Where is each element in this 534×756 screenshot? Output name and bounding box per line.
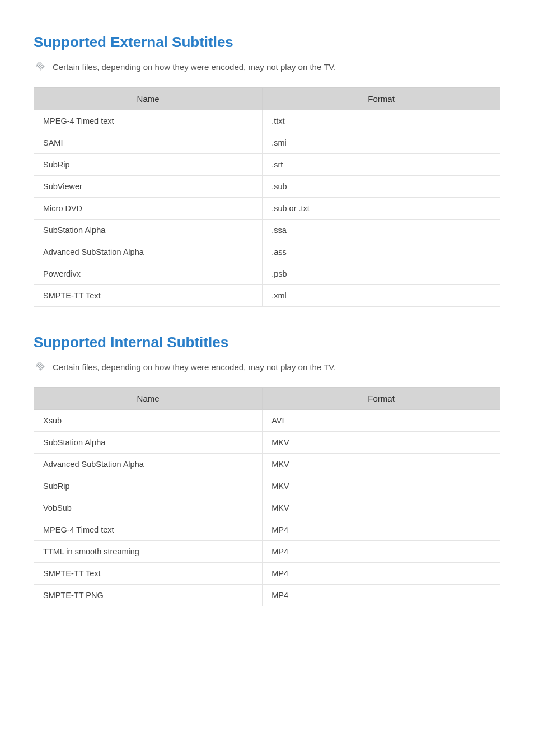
cell-name: Advanced SubStation Alpha bbox=[34, 241, 263, 263]
note-text: Certain files, depending on how they wer… bbox=[53, 61, 336, 74]
table-row: SMPTE-TT Text.xml bbox=[34, 284, 500, 306]
cell-format: .xml bbox=[263, 284, 500, 306]
table-header-name: Name bbox=[34, 87, 263, 110]
table-row: SubRip.srt bbox=[34, 153, 500, 175]
cell-format: MKV bbox=[263, 432, 500, 454]
cell-name: SMPTE-TT Text bbox=[34, 563, 263, 585]
section-title: Supported External Subtitles bbox=[34, 34, 500, 51]
cell-name: SubRip bbox=[34, 153, 263, 175]
table-row: SubStation AlphaMKV bbox=[34, 432, 500, 454]
table-row: TTML in smooth streamingMP4 bbox=[34, 541, 500, 563]
table-row: SMPTE-TT TextMP4 bbox=[34, 563, 500, 585]
cell-name: MPEG-4 Timed text bbox=[34, 519, 263, 541]
note-row: Certain files, depending on how they wer… bbox=[36, 361, 500, 374]
cell-format: .psb bbox=[263, 263, 500, 284]
table-row: XsubAVI bbox=[34, 410, 500, 432]
cell-format: .ass bbox=[263, 241, 500, 263]
table-header-row: Name Format bbox=[34, 87, 500, 110]
note-icon bbox=[36, 62, 45, 71]
table-row: SAMI.smi bbox=[34, 132, 500, 153]
cell-name: TTML in smooth streaming bbox=[34, 541, 263, 563]
table-row: SubViewer.sub bbox=[34, 175, 500, 197]
table-row: Powerdivx.psb bbox=[34, 263, 500, 284]
section-title: Supported Internal Subtitles bbox=[34, 334, 500, 351]
cell-name: Advanced SubStation Alpha bbox=[34, 454, 263, 475]
cell-format: MP4 bbox=[263, 563, 500, 585]
cell-format: .sub bbox=[263, 175, 500, 197]
table-row: SubRipMKV bbox=[34, 475, 500, 497]
section-external-subtitles: Supported External Subtitles Certain fil… bbox=[34, 34, 500, 307]
cell-name: VobSub bbox=[34, 497, 263, 519]
table-header-format: Format bbox=[263, 87, 500, 110]
cell-format: .srt bbox=[263, 153, 500, 175]
section-internal-subtitles: Supported Internal Subtitles Certain fil… bbox=[34, 334, 500, 607]
table-header-format: Format bbox=[263, 388, 500, 410]
cell-format: .ttxt bbox=[263, 110, 500, 132]
table-header-row: Name Format bbox=[34, 388, 500, 410]
cell-format: MKV bbox=[263, 497, 500, 519]
cell-format: MKV bbox=[263, 454, 500, 475]
cell-name: Powerdivx bbox=[34, 263, 263, 284]
table-row: Micro DVD.sub or .txt bbox=[34, 197, 500, 219]
cell-format: AVI bbox=[263, 410, 500, 432]
cell-name: SAMI bbox=[34, 132, 263, 153]
note-row: Certain files, depending on how they wer… bbox=[36, 61, 500, 74]
cell-name: Micro DVD bbox=[34, 197, 263, 219]
cell-name: SubStation Alpha bbox=[34, 432, 263, 454]
cell-name: SubViewer bbox=[34, 175, 263, 197]
note-text: Certain files, depending on how they wer… bbox=[53, 361, 336, 374]
cell-name: SubRip bbox=[34, 475, 263, 497]
table-header-name: Name bbox=[34, 388, 263, 410]
cell-name: SMPTE-TT Text bbox=[34, 284, 263, 306]
cell-format: .ssa bbox=[263, 219, 500, 241]
table-row: MPEG-4 Timed text.ttxt bbox=[34, 110, 500, 132]
cell-format: MP4 bbox=[263, 541, 500, 563]
cell-name: Xsub bbox=[34, 410, 263, 432]
table-row: VobSubMKV bbox=[34, 497, 500, 519]
cell-name: SubStation Alpha bbox=[34, 219, 263, 241]
cell-name: SMPTE-TT PNG bbox=[34, 585, 263, 606]
cell-format: .smi bbox=[263, 132, 500, 153]
external-subtitles-table: Name Format MPEG-4 Timed text.ttxt SAMI.… bbox=[34, 87, 500, 307]
table-row: SubStation Alpha.ssa bbox=[34, 219, 500, 241]
note-icon bbox=[36, 362, 45, 371]
table-row: Advanced SubStation Alpha.ass bbox=[34, 241, 500, 263]
cell-format: MP4 bbox=[263, 519, 500, 541]
cell-format: MP4 bbox=[263, 585, 500, 606]
cell-format: .sub or .txt bbox=[263, 197, 500, 219]
table-row: Advanced SubStation AlphaMKV bbox=[34, 454, 500, 475]
table-row: MPEG-4 Timed textMP4 bbox=[34, 519, 500, 541]
cell-format: MKV bbox=[263, 475, 500, 497]
internal-subtitles-table: Name Format XsubAVI SubStation AlphaMKV … bbox=[34, 387, 500, 606]
table-row: SMPTE-TT PNGMP4 bbox=[34, 585, 500, 606]
cell-name: MPEG-4 Timed text bbox=[34, 110, 263, 132]
